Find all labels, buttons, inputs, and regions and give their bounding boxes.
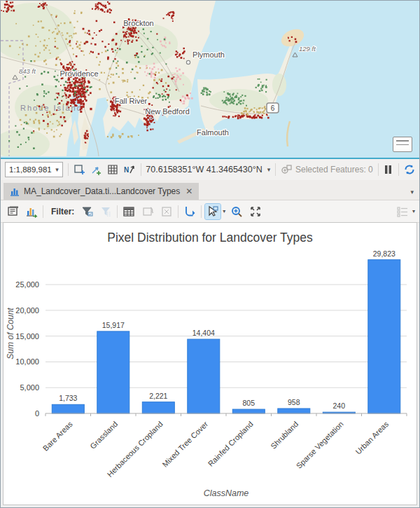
map-scale-combobox[interactable]: 1:1,889,981 ▾ [5, 162, 63, 177]
city-label-brockton: Brockton [123, 19, 153, 27]
y-tick-label: 15,000 [15, 332, 39, 341]
square-plus-icon[interactable] [74, 163, 85, 177]
select-tool-icon[interactable] [205, 204, 220, 219]
svg-text:6: 6 [271, 104, 275, 112]
x-tick-label: Shrubland [269, 420, 300, 451]
svg-text:N: N [124, 166, 129, 174]
refresh-icon[interactable] [404, 163, 415, 177]
y-tick-label: 10,000 [15, 357, 39, 366]
show-table-icon[interactable] [121, 204, 136, 219]
bar-grassland[interactable] [97, 331, 130, 413]
bar-rainfed-cropland[interactable] [232, 409, 265, 413]
bar-mixed-tree-cover[interactable] [188, 339, 220, 413]
elevation-label: 843 ft [19, 67, 36, 75]
chevron-down-icon[interactable]: ▾ [223, 208, 225, 214]
full-extent-icon[interactable] [248, 204, 263, 219]
chart-toolbar: Filter: ▾ [1, 200, 419, 223]
chart-properties-icon[interactable] [5, 204, 20, 219]
chevron-down-icon[interactable]: ▾ [412, 208, 415, 214]
city-dot [186, 60, 190, 64]
app-window: Rhode Island 6 843 ft 129 ft Brockton Pl… [0, 0, 420, 508]
filter-label: Filter: [51, 207, 74, 217]
separator [117, 205, 118, 218]
close-icon[interactable]: ✕ [186, 186, 192, 196]
filter-by-selection-icon[interactable] [98, 204, 113, 219]
chart-title: Pixel Distribution for Landcover Types [107, 231, 313, 245]
zoom-in-icon[interactable] [229, 204, 244, 219]
chart-type-icon[interactable] [24, 204, 39, 219]
chevron-down-icon[interactable]: ▾ [410, 188, 419, 200]
map-status-bar: 1:1,889,981 ▾ N 70.6158351°W 41.3465430°… [1, 159, 419, 180]
legend-list-icon[interactable] [395, 204, 410, 219]
bar-herbaceous-cropland[interactable] [142, 402, 174, 413]
selected-features-status: Selected Features: 0 [281, 164, 373, 175]
y-tick-label: 5,000 [20, 383, 39, 392]
map-scale-value: 1:1,889,981 [9, 165, 52, 174]
bar-value-label: 805 [243, 399, 255, 407]
chart-panel: Pixel Distribution for Landcover Types05… [3, 222, 417, 505]
separator [201, 205, 202, 218]
x-tick-label: Sparse Vegetation [295, 420, 345, 470]
north-arrow-icon[interactable]: N [123, 163, 136, 177]
map-view[interactable]: Rhode Island 6 843 ft 129 ft Brockton Pl… [1, 1, 420, 159]
selected-features-label: Selected Features: 0 [295, 165, 373, 174]
y-tick-label: 0 [35, 409, 39, 418]
x-tick-label: Urban Areas [354, 420, 390, 456]
bar-value-label: 15,917 [102, 321, 125, 329]
filter-by-extent-icon[interactable] [79, 204, 94, 219]
view-tab-bar: MA_Landcover_Data.ti...Landcover Types ✕… [1, 180, 419, 200]
separator [378, 163, 379, 176]
refresh-chart-icon[interactable] [140, 204, 155, 219]
chevron-down-icon[interactable]: ▾ [267, 166, 271, 173]
x-tick-label: Bare Areas [41, 420, 74, 453]
bar-chart[interactable]: Pixel Distribution for Landcover Types05… [4, 223, 416, 504]
bar-shrubland[interactable] [278, 409, 310, 413]
city-label-providence: Providence [59, 69, 98, 78]
city-label-new-bedford: New Bedford [145, 107, 190, 116]
city-label-plymouth: Plymouth [192, 50, 225, 59]
pause-drawing-icon[interactable] [383, 163, 393, 177]
bar-value-label: 14,404 [192, 329, 215, 337]
separator [141, 163, 141, 176]
separator [178, 205, 178, 218]
y-tick-label: 20,000 [15, 306, 39, 315]
state-label: Rhode Island [20, 104, 83, 112]
bar-value-label: 240 [333, 401, 346, 410]
y-tick-label: 25,000 [15, 280, 39, 289]
landcover-map: Rhode Island 6 843 ft 129 ft Brockton Pl… [1, 1, 420, 156]
tab-label: MA_Landcover_Data.ti...Landcover Types [24, 186, 180, 196]
tab-landcover-types-chart[interactable]: MA_Landcover_Data.ti...Landcover Types ✕ [4, 183, 199, 200]
select-features-icon [281, 164, 293, 175]
bar-value-label: 2,221 [149, 392, 167, 400]
x-tick-label: Grassland [88, 420, 119, 451]
separator [398, 163, 399, 176]
highway-shield: 6 [267, 103, 279, 113]
bar-value-label: 29,823 [373, 249, 396, 258]
bar-urban-areas[interactable] [368, 260, 400, 413]
separator [43, 205, 43, 218]
selection-box-icon[interactable] [159, 204, 174, 219]
x-axis-title: ClassName [204, 488, 249, 498]
city-label-falmouth: Falmouth [197, 128, 229, 137]
chevron-down-icon: ▾ [55, 166, 59, 173]
bar-chart-icon [10, 187, 20, 196]
grid-icon[interactable] [107, 163, 118, 177]
x-tick-label: Rainfed Cropland [206, 420, 255, 468]
map-coordinates: 70.6158351°W 41.3465430°N [146, 165, 262, 174]
bar-value-label: 1,733 [59, 394, 77, 402]
bar-value-label: 958 [288, 398, 300, 406]
separator [68, 163, 69, 176]
bar-bare-areas[interactable] [52, 404, 84, 413]
swap-axes-icon[interactable] [182, 204, 197, 219]
map-attribution-icon[interactable] [393, 137, 412, 152]
x-tick-label: Mixed Tree Cover [160, 420, 209, 469]
elevation-label: 129 ft [299, 45, 316, 53]
y-axis-title: Sum of Count [6, 308, 15, 359]
diagonal-arrow-plus-icon[interactable] [90, 163, 102, 177]
separator [275, 163, 276, 176]
city-label-fall-river: Fall River [115, 97, 148, 105]
